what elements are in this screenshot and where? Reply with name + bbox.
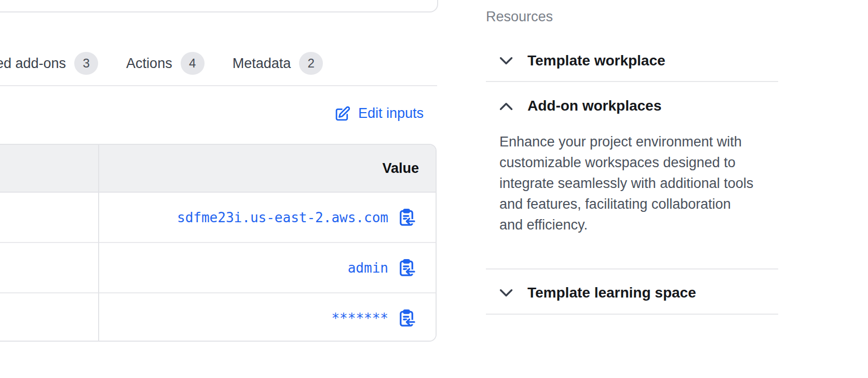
edit-inputs-label: Edit inputs bbox=[358, 105, 424, 122]
section-template-workplace[interactable]: Template workplace bbox=[499, 49, 666, 72]
table-header-row: Value bbox=[0, 145, 436, 193]
section-template-learning-space[interactable]: Template learning space bbox=[499, 281, 696, 304]
tab-installed-add-ons[interactable]: ed add-ons 3 bbox=[0, 52, 98, 75]
clipboard-copy-icon bbox=[397, 309, 416, 328]
password-value-text: ******* bbox=[331, 310, 388, 326]
username-value-text: admin bbox=[348, 260, 388, 276]
tab-bar: ed add-ons 3 Actions 4 Metadata 2 bbox=[0, 51, 323, 76]
table-row: ******* bbox=[0, 292, 436, 342]
table-row: sdfme23i.us-east-2.aws.com bbox=[0, 193, 436, 242]
tab-label: ed add-ons bbox=[0, 56, 66, 72]
edit-inputs-button[interactable]: Edit inputs bbox=[334, 103, 424, 123]
section-add-on-workplaces[interactable]: Add-on workplaces bbox=[499, 95, 661, 117]
tab-metadata[interactable]: Metadata 2 bbox=[233, 52, 323, 75]
section-title: Template workplace bbox=[527, 52, 666, 69]
value-column-header: Value bbox=[382, 160, 419, 177]
section-divider bbox=[486, 314, 778, 315]
clipboard-copy-icon bbox=[397, 259, 416, 277]
chevron-down-icon bbox=[499, 289, 513, 298]
section-title: Template learning space bbox=[527, 285, 696, 301]
page: ed add-ons 3 Actions 4 Metadata 2 Edit i… bbox=[0, 0, 868, 378]
edit-pencil-icon bbox=[334, 105, 351, 122]
count-badge: 3 bbox=[74, 52, 98, 75]
inputs-table: Value sdfme23i.us-east-2.aws.com admin bbox=[0, 144, 437, 342]
chevron-down-icon bbox=[499, 57, 513, 65]
resources-panel-title: Resources bbox=[486, 9, 553, 25]
top-card-fragment bbox=[0, 0, 438, 12]
copy-value-button[interactable] bbox=[397, 208, 416, 227]
tabs-divider bbox=[0, 85, 437, 86]
table-row: admin bbox=[0, 242, 436, 292]
chevron-up-icon bbox=[499, 102, 513, 111]
tab-label: Actions bbox=[126, 56, 172, 72]
copy-value-button[interactable] bbox=[397, 259, 416, 277]
clipboard-copy-icon bbox=[397, 208, 416, 227]
copy-value-button[interactable] bbox=[397, 309, 416, 328]
count-badge: 4 bbox=[181, 52, 205, 75]
endpoint-value-text: sdfme23i.us-east-2.aws.com bbox=[177, 210, 388, 225]
section-description: Enhance your project environment with cu… bbox=[499, 131, 757, 235]
section-title: Add-on workplaces bbox=[527, 98, 661, 114]
section-divider bbox=[486, 81, 778, 82]
section-divider bbox=[486, 268, 778, 269]
tab-actions[interactable]: Actions 4 bbox=[126, 52, 205, 75]
tab-label: Metadata bbox=[233, 56, 291, 72]
count-badge: 2 bbox=[299, 52, 323, 75]
table-column-divider bbox=[98, 145, 99, 341]
